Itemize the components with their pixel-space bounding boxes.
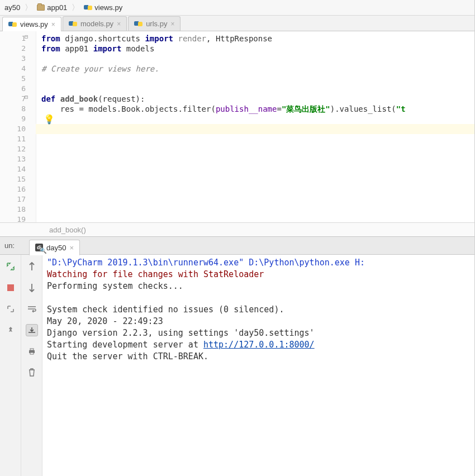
rerun-button[interactable]: [4, 260, 17, 273]
up-button[interactable]: [26, 260, 38, 273]
breadcrumb: ay50 〉 app01 〉 views.py: [0, 0, 474, 16]
root-label: ay50: [4, 3, 20, 12]
fold-icon[interactable]: ⊟: [25, 34, 28, 40]
crumb-folder[interactable]: app01: [35, 2, 69, 14]
chevron-right-icon: 〉: [70, 3, 80, 13]
python-file-icon: [8, 20, 17, 28]
svg-rect-1: [30, 349, 34, 350]
run-toolwindow-header: un: djday50×: [0, 237, 474, 255]
tab-urls[interactable]: urls.py×: [128, 16, 180, 31]
crumb-file[interactable]: views.py: [82, 2, 125, 14]
tab-label: models.py: [80, 20, 113, 28]
editor-gutter: ⊟ ⊟ 12345678910111213141516171819: [0, 31, 36, 222]
close-icon[interactable]: ×: [170, 20, 174, 28]
console-output[interactable]: "D:\PyCharm 2019.1.3\bin\runnerw64.exe" …: [42, 255, 474, 476]
close-icon[interactable]: ×: [69, 244, 74, 252]
run-toolbar-left: [0, 255, 21, 476]
tab-models[interactable]: models.py×: [63, 16, 127, 31]
current-line-highlight: [36, 124, 474, 134]
tab-label: views.py: [20, 20, 48, 28]
python-file-icon: [84, 3, 92, 12]
pin-button[interactable]: [4, 324, 17, 336]
python-file-icon: [134, 20, 142, 28]
run-toolwindow-body: "D:\PyCharm 2019.1.3\bin\runnerw64.exe" …: [0, 255, 474, 476]
down-button[interactable]: [26, 282, 38, 294]
run-label: un:: [0, 241, 21, 250]
editor-tabs: views.py× models.py× urls.py×: [0, 16, 474, 31]
code-editor[interactable]: ⊟ ⊟ 12345678910111213141516171819 💡 from…: [0, 31, 474, 222]
svg-rect-2: [30, 353, 34, 354]
soft-wrap-button[interactable]: [26, 303, 38, 315]
django-run-icon: dj: [35, 244, 43, 251]
server-url-link[interactable]: http://127.0.0.1:8000/: [203, 340, 315, 350]
folder-icon: [37, 4, 45, 11]
tab-views[interactable]: views.py×: [2, 17, 61, 31]
python-file-icon: [69, 20, 77, 28]
stop-icon: [7, 284, 14, 291]
intention-bulb-icon[interactable]: 💡: [44, 114, 53, 123]
chevron-right-icon: 〉: [23, 3, 34, 13]
close-icon[interactable]: ×: [117, 20, 121, 28]
fold-icon[interactable]: ⊟: [25, 94, 28, 100]
folder-label: app01: [47, 3, 67, 12]
trash-button[interactable]: [26, 366, 38, 379]
run-toolbar-right: [21, 255, 42, 476]
file-label: views.py: [94, 3, 122, 12]
close-icon[interactable]: ×: [51, 21, 55, 28]
function-path: add_book(): [0, 222, 474, 237]
crumb-root[interactable]: ay50: [2, 2, 22, 14]
run-config-tab[interactable]: djday50×: [29, 240, 80, 255]
run-tab-label: day50: [46, 244, 66, 252]
tab-label: urls.py: [146, 20, 167, 28]
stop-button[interactable]: [4, 282, 17, 294]
print-button[interactable]: [26, 345, 38, 358]
restart-button[interactable]: [4, 303, 17, 315]
scroll-to-end-button[interactable]: [26, 324, 38, 336]
